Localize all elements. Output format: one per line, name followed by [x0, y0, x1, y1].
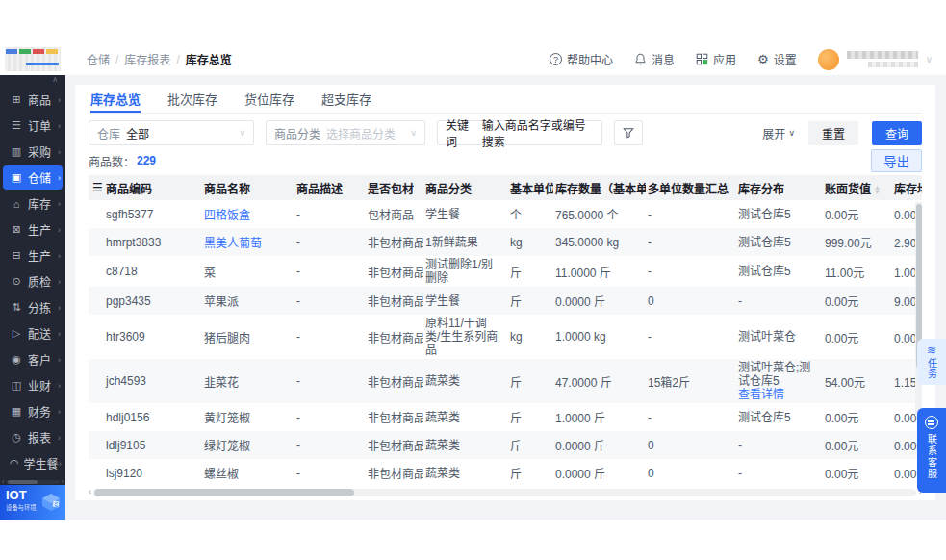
scroll-left-icon[interactable]: ‹ [2, 478, 4, 485]
top-bar: 仓储 / 库存报表 / 库存总览 ? 帮助中心 消息 [65, 43, 946, 75]
dist-text: 测试仓库5 [738, 236, 791, 249]
chevron-down-icon: ∨ [410, 128, 417, 138]
breadcrumb-item-warehouse[interactable]: 仓储 [87, 51, 110, 67]
keyword-label: 关键词 [446, 116, 476, 149]
cell-category: 1新鲜蔬果 [423, 236, 508, 249]
tab-批次库存[interactable]: 批次库存 [167, 85, 217, 113]
cell-packaging: 非包材商品 [366, 465, 423, 481]
column-header-基本单位: 基本单位 [508, 180, 553, 196]
cell-dist: 测试仓库5 [736, 411, 823, 424]
keyword-input[interactable]: 关键词 输入商品名字或编号搜索 [437, 120, 602, 145]
cell-multi: 0 [646, 467, 736, 480]
sidebar-item-客户[interactable]: ◉客户› [0, 346, 65, 372]
sidebar-item-生产[interactable]: ⊟生产› [0, 242, 65, 268]
messages-button[interactable]: 消息 [634, 51, 675, 67]
sidebar-scroll-up-icon[interactable]: ∧ [0, 75, 65, 85]
cell-multi: - [646, 411, 736, 424]
iot-banner[interactable]: IOT 设备与环境 [0, 485, 65, 520]
sidebar-item-财务[interactable]: ▦财务› [0, 398, 65, 424]
order-icon: ☰ [10, 119, 23, 132]
sidebar-item-库存[interactable]: ⌂库存› [0, 191, 65, 216]
cell-dist: 测试仓库5 [736, 208, 823, 221]
sidebar-item-label: 仓储 [28, 169, 58, 186]
cell-value: 0.00元 [823, 465, 892, 481]
cell-qty: 11.0000 斤 [553, 264, 646, 280]
warehouse-label: 仓库 [97, 125, 120, 141]
sort-carets-icon[interactable]: ▲▼ [874, 185, 881, 194]
sidebar-item-配送[interactable]: ▷配送› [0, 320, 65, 346]
sidebar-item-label: 配送 [28, 325, 58, 342]
chevron-right-icon: › [58, 121, 61, 131]
query-button[interactable]: 查询 [872, 121, 922, 145]
topbar-actions: ? 帮助中心 消息 应用 ⚙ 设 [550, 49, 933, 70]
sidebar-item-订单[interactable]: ☰订单› [0, 113, 65, 139]
chevron-down-icon: ∨ [239, 128, 245, 138]
cell-desc: - [294, 236, 366, 249]
advanced-filter-button[interactable] [614, 120, 643, 145]
tab-超支库存[interactable]: 超支库存 [321, 85, 371, 113]
view-detail-link[interactable]: 查看详情 [738, 388, 784, 401]
settings-button[interactable]: ⚙ 设置 [757, 51, 797, 67]
finance-icon: ▦ [10, 405, 23, 418]
product-name-link: 螺丝椒 [204, 468, 239, 481]
tab-货位库存[interactable]: 货位库存 [244, 85, 294, 113]
chevron-right-icon: › [58, 147, 61, 157]
chevron-right-icon: › [58, 355, 61, 365]
cell-desc: - [294, 294, 366, 308]
table-horizontal-scrollbar[interactable]: ‹ › [89, 488, 922, 496]
user-menu[interactable]: ∨ [818, 49, 933, 70]
sidebar-item-label: 业财 [28, 377, 58, 394]
task-float-button[interactable]: ≋ 任务 [917, 339, 946, 385]
cell-name: 苹果派 [202, 293, 294, 309]
sidebar-item-生产[interactable]: ⊠生产› [0, 216, 65, 242]
messages-label: 消息 [652, 51, 675, 67]
product-name-link: 韭菜花 [204, 376, 239, 390]
apps-button[interactable]: 应用 [696, 51, 736, 67]
sidebar-item-报表[interactable]: ◷报表› [0, 424, 65, 450]
sidebar-item-业财[interactable]: ◫业财› [0, 372, 65, 398]
gear-icon: ⚙ [757, 53, 769, 65]
product-name-link[interactable]: 四格饭盒 [204, 209, 250, 222]
iot-cube-icon [39, 491, 63, 514]
cell-name: 黄灯笼椒 [202, 409, 294, 425]
sidebar-item-label: 订单 [28, 117, 58, 134]
purchase-icon: ▥ [10, 145, 23, 158]
export-button[interactable]: 导出 [871, 149, 922, 172]
column-settings-icon[interactable]: ☰ [89, 181, 104, 194]
scroll-left-icon[interactable]: ‹ [89, 488, 91, 496]
contact-service-float-button[interactable]: 联系客服 [917, 408, 946, 493]
expand-toggle[interactable]: 展开 ∨ [762, 125, 795, 141]
sidebar-item-学生餐[interactable]: ◠学生餐› [0, 450, 65, 476]
column-header-label: 基本单位 [510, 183, 553, 196]
cell-value: 0.00元 [823, 293, 892, 309]
sidebar-item-仓储[interactable]: ▣仓储› [0, 165, 65, 191]
help-center-button[interactable]: ? 帮助中心 [550, 51, 613, 67]
breadcrumb-item-report[interactable]: 库存报表 [124, 51, 170, 67]
sidebar-item-label: 质检 [28, 273, 58, 290]
sidebar-scrollbar[interactable]: ‹ › [2, 478, 64, 485]
table-row: hmrpt3833黑美人葡萄-非包材商品1新鲜蔬果kg345.0000 kg-测… [89, 228, 922, 256]
main-content: 库存总览批次库存货位库存超支库存 仓库 全部 ∨ 商品分类 选择商品分类 ∨ 关… [65, 75, 946, 520]
scroll-right-icon[interactable]: › [62, 478, 64, 485]
sidebar-item-label: 学生餐 [24, 455, 59, 471]
tab-库存总览[interactable]: 库存总览 [90, 85, 141, 113]
cell-unit: 斤 [508, 264, 553, 280]
column-header-商品分类: 商品分类 [423, 180, 508, 196]
column-header-label: 商品名称 [204, 183, 250, 196]
product-name-link: 绿灯笼椒 [204, 440, 250, 453]
cell-packaging: 非包材商品 [366, 293, 423, 309]
cell-qty: 1.0000 斤 [553, 409, 646, 425]
category-select[interactable]: 商品分类 选择商品分类 ∨ [266, 120, 425, 145]
sidebar-item-质检[interactable]: ⊙质检› [0, 268, 65, 294]
column-header-库存数量（基本单位）[interactable]: 库存数量（基本单位）▲▼ [553, 180, 646, 196]
category-label: 商品分类 [274, 125, 320, 141]
sidebar-item-采购[interactable]: ▥采购› [0, 139, 65, 165]
sidebar-item-分拣[interactable]: ⇅分拣› [0, 294, 65, 320]
product-name-link[interactable]: 黑美人葡萄 [204, 237, 262, 250]
reset-button[interactable]: 重置 [808, 121, 858, 145]
sidebar-item-商品[interactable]: ⊞商品› [0, 87, 65, 113]
cell-unit: 斤 [508, 465, 553, 481]
column-header-账面货值[interactable]: 账面货值▲▼ [823, 180, 892, 196]
warehouse-select[interactable]: 仓库 全部 ∨ [89, 120, 254, 145]
help-center-label: 帮助中心 [567, 51, 613, 67]
